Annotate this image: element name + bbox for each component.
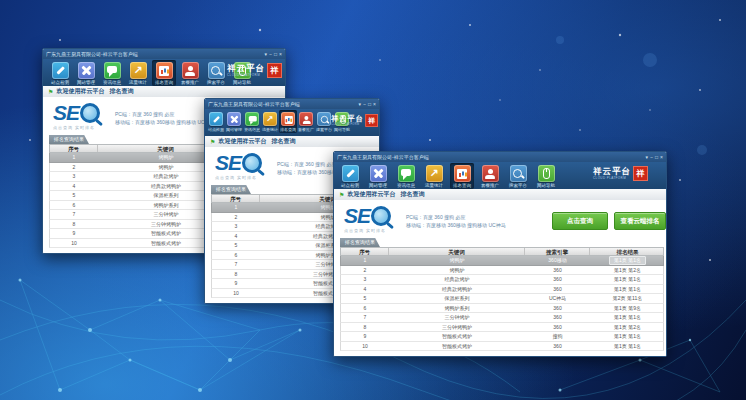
minimize-button[interactable]: − <box>269 49 272 59</box>
pin-button[interactable]: ▾ <box>359 99 362 109</box>
result-row[interactable]: 4经典款烤鸭炉360第1页 第1名 <box>340 285 664 295</box>
toolbar-item-site-check[interactable]: 站点检测 <box>48 60 72 86</box>
toolbar: 站点检测网站管理资讯信息流量统计排名查询套餐推广搜索平台网站导航 祥云平台 CL… <box>205 109 379 137</box>
cell-no: 6 <box>50 201 98 210</box>
cell-engine: 360移动 <box>525 256 590 265</box>
minimize-button[interactable]: − <box>363 99 366 109</box>
cell-no: 3 <box>212 222 260 231</box>
toolbar-item-site-manage[interactable]: 网站管理 <box>366 163 390 189</box>
close-button[interactable]: × <box>279 49 282 59</box>
cell-result: 第1页 第1名 <box>590 313 665 322</box>
cell-keyword: 智能板式烤炉 <box>389 342 525 351</box>
site-nav-icon <box>538 165 555 182</box>
view-cloud-rank-button[interactable]: 查看云端排名 <box>614 212 666 230</box>
cell-no: 4 <box>50 182 98 191</box>
toolbar-item-site-check[interactable]: 站点检测 <box>338 163 362 189</box>
plan-promote-icon <box>182 62 199 79</box>
people-glyph <box>483 166 498 181</box>
result-row[interactable]: 3经典款烤炉360第1页 第1名 <box>340 275 664 285</box>
maximize-button[interactable]: □ <box>655 152 658 162</box>
toolbar-item-search-platform[interactable]: 搜索平台 <box>204 60 228 86</box>
toolbar-item-site-check[interactable]: 站点检测 <box>207 110 225 133</box>
toolbar-item-label: 搜索平台 <box>316 127 332 132</box>
cell-no: 10 <box>50 239 98 248</box>
maximize-button[interactable]: □ <box>368 99 371 109</box>
toolbar-item-plan-promote[interactable]: 套餐推广 <box>297 110 315 133</box>
pc-engines: PC端：百度 360 搜狗 必应 <box>406 213 506 221</box>
results-tab[interactable]: 排名查询结果 <box>211 185 251 194</box>
results-tab[interactable]: 排名查询结果 <box>49 135 89 144</box>
toolbar-item-plan-promote[interactable]: 套餐推广 <box>178 60 202 86</box>
toolbar-item-label: 站点检测 <box>208 127 224 132</box>
seo-text: SE <box>344 205 370 227</box>
cell-no: 7 <box>341 313 389 322</box>
result-row[interactable]: 6烤鸭炉系列360第1页 第9名 <box>340 304 664 314</box>
toolbar-item-site-manage[interactable]: 网站管理 <box>74 60 98 86</box>
cell-keyword: 保温柜系列 <box>389 294 525 303</box>
cell-no: 3 <box>50 172 98 181</box>
toolbar: 站点检测网站管理资讯信息流量统计排名查询套餐推广搜索平台网站导航 祥云平台 CL… <box>334 162 666 190</box>
result-row[interactable]: 7三分钟烤炉360第1页 第1名 <box>340 313 664 323</box>
toolbar-item-plan-promote[interactable]: 套餐推广 <box>478 163 502 189</box>
brand-logo: 祥云平台 CLOUD PLATFORM 祥 <box>331 114 378 127</box>
titlebar[interactable]: 广东九鼎王厨具有限公司-祥云平台客户端 ▾−□× <box>205 99 379 109</box>
toolbar-item-news-info[interactable]: 资讯信息 <box>394 163 418 189</box>
toolbar-item-search-platform[interactable]: 搜索平台 <box>506 163 530 189</box>
toolbar-item-site-nav[interactable]: 网站导航 <box>534 163 558 189</box>
result-row[interactable]: 10智能板式烤炉360第1页 第1名 <box>340 342 664 352</box>
pin-button[interactable]: ▾ <box>265 49 268 59</box>
table-header: 序号 关键词 搜索引擎 排名结果 <box>340 247 664 256</box>
linechart-glyph <box>264 113 275 125</box>
titlebar[interactable]: 广东九鼎王厨具有限公司-祥云平台客户端 ▾−□× <box>334 152 666 162</box>
cell-keyword: 三分钟烤鸭炉 <box>389 323 525 332</box>
mobile-engines: 移动端：百度移动 360移动 搜狗移动 UC神马 <box>115 118 215 126</box>
toolbar-item-label: 排名查询 <box>155 80 173 85</box>
toolbar-item-news-info[interactable]: 资讯信息 <box>243 110 261 133</box>
pencil-glyph <box>343 166 358 181</box>
content-area: SE 点击查询 实时排名 PC端：百度 360 搜狗 必应 移动端：百度移动 3… <box>334 200 666 356</box>
cell-result: 第1页 第1名 <box>590 285 665 294</box>
minimize-button[interactable]: − <box>650 152 653 162</box>
titlebar[interactable]: 广东九鼎王厨具有限公司-祥云平台客户端 ▾−□× <box>43 49 285 59</box>
results-tab[interactable]: 排名查询结果 <box>340 238 380 247</box>
result-row[interactable]: 2烤鸭炉360第1页 第2名 <box>340 266 664 276</box>
close-button[interactable]: × <box>373 99 376 109</box>
cell-engine: UC神马 <box>525 294 590 303</box>
toolbar-item-label: 套餐推广 <box>481 183 499 188</box>
toolbar-item-rank-query[interactable]: 排名查询 <box>279 110 297 133</box>
toolbar-item-traffic-stats[interactable]: 流量统计 <box>126 60 150 86</box>
cell-engine: 360 <box>525 275 590 284</box>
rank-result-badge: 第1页 第1名 <box>609 256 646 265</box>
brand-name: 祥云平台 <box>593 167 631 176</box>
result-row[interactable]: 8三分钟烤鸭炉360第1页 第2名 <box>340 323 664 333</box>
maximize-button[interactable]: □ <box>274 49 277 59</box>
result-row[interactable]: 5保温柜系列UC神马第2页 第11名 <box>340 294 664 304</box>
barchart-glyph <box>157 63 172 78</box>
traffic-stats-icon <box>130 62 147 79</box>
toolbar-items: 站点检测网站管理资讯信息流量统计排名查询套餐推广搜索平台网站导航 <box>205 110 351 133</box>
close-button[interactable]: × <box>660 152 663 162</box>
col-engine: 搜索引擎 <box>525 248 590 255</box>
result-row[interactable]: 9智能板式烤炉搜狗第1页 第1名 <box>340 332 664 342</box>
cell-no: 7 <box>212 260 260 269</box>
brand-name: 祥云平台 <box>331 115 363 123</box>
toolbar-item-label: 站点检测 <box>341 183 359 188</box>
toolbar-items: 站点检测网站管理资讯信息流量统计排名查询套餐推广搜索平台网站导航 <box>43 60 254 86</box>
flag-icon: ⚑ <box>210 138 215 145</box>
result-row[interactable]: 1烤鸭炉360移动第1页 第1名 <box>340 256 664 266</box>
query-button[interactable]: 点击查询 <box>552 212 608 230</box>
toolbar-item-traffic-stats[interactable]: 流量统计 <box>422 163 446 189</box>
toolbar-item-news-info[interactable]: 资讯信息 <box>100 60 124 86</box>
pin-button[interactable]: ▾ <box>646 152 649 162</box>
toolbar-item-traffic-stats[interactable]: 流量统计 <box>261 110 279 133</box>
toolbar-item-rank-query[interactable]: 排名查询 <box>152 60 176 86</box>
toolbar: 站点检测网站管理资讯信息流量统计排名查询套餐推广搜索平台网站导航 祥云平台 CL… <box>43 59 285 87</box>
toolbar-item-label: 网站管理 <box>369 183 387 188</box>
cell-keyword: 经典款烤鸭炉 <box>389 285 525 294</box>
app-window-front[interactable]: 广东九鼎王厨具有限公司-祥云平台客户端 ▾−□× 站点检测网站管理资讯信息流量统… <box>333 151 667 357</box>
cell-result: 第1页 第1名 <box>590 342 665 351</box>
cell-no: 9 <box>50 229 98 238</box>
toolbar-item-rank-query[interactable]: 排名查询 <box>450 163 474 189</box>
toolbar-item-site-manage[interactable]: 网站管理 <box>225 110 243 133</box>
cell-no: 1 <box>50 153 98 162</box>
